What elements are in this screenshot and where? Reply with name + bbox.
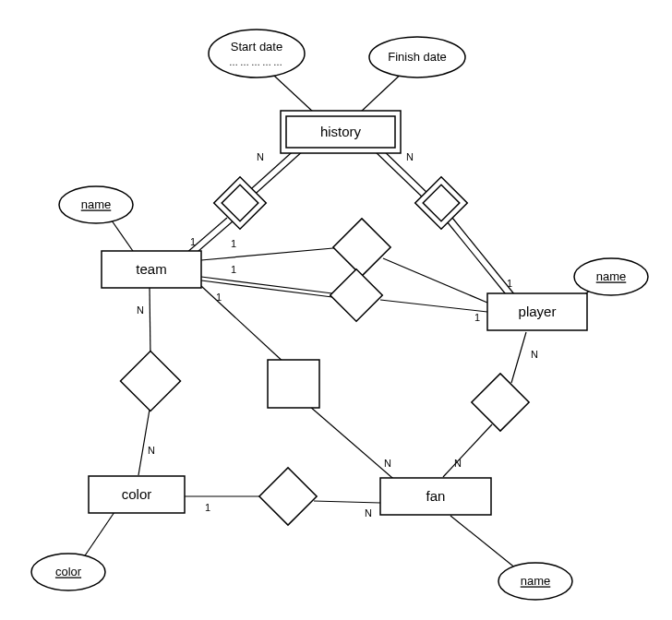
attr-start-date-extra: ……………: [229, 57, 284, 67]
attr-color-color-label: color: [55, 565, 82, 578]
card-team-tp-b: 1: [231, 264, 236, 275]
card-player-fan: N: [531, 349, 538, 360]
rel-team-player-a: [333, 219, 390, 276]
edge-color-team-d: [138, 404, 150, 475]
edge-playerdiamond-to-player: [447, 218, 515, 299]
card-fan-team: N: [384, 458, 391, 469]
card-team-history: 1: [190, 236, 196, 247]
attr-team-name-label: name: [81, 197, 112, 211]
card-fan-player: N: [454, 458, 462, 469]
rel-team-fan: [268, 360, 319, 408]
entity-team-label: team: [136, 261, 166, 277]
rel-color-fan: [259, 468, 317, 525]
edge-team-color-d: [150, 286, 150, 358]
rel-player-fan: [472, 374, 529, 431]
card-team-color: N: [137, 304, 144, 316]
entity-history-label: history: [320, 124, 362, 139]
edge-player-fan-d: [511, 332, 526, 383]
card-color-team: N: [148, 445, 155, 456]
er-diagram: N 1 N 1 1 1 1 N N 1 N N N 1 N: [0, 0, 672, 620]
entity-fan: fan: [380, 478, 491, 515]
rel-player-history: [415, 177, 468, 230]
svg-line-6: [452, 218, 515, 295]
attr-start-date-label: Start date: [231, 40, 282, 54]
entity-color: color: [89, 476, 185, 513]
attr-fan-name: name: [498, 563, 572, 600]
card-player-history: 1: [507, 278, 512, 289]
rel-team-player-b: [330, 269, 383, 322]
rel-team-color: [120, 351, 180, 411]
attr-finish-date: Finish date: [369, 37, 465, 78]
entity-color-label: color: [122, 486, 152, 502]
svg-line-7: [447, 221, 510, 299]
entity-team: team: [102, 251, 201, 288]
card-fan-color: N: [365, 507, 372, 519]
entity-player: player: [487, 293, 587, 330]
entity-history: history: [281, 111, 401, 153]
attr-start-date: Start date ……………: [209, 30, 305, 78]
edge-team-fan-d: [201, 286, 286, 364]
card-history-team: N: [257, 151, 264, 162]
attr-team-name: name: [59, 186, 133, 223]
card-color-fan: 1: [205, 502, 210, 513]
entity-player-label: player: [519, 304, 557, 319]
edge-fan-team-d: [309, 406, 399, 483]
attr-player-name-label: name: [596, 269, 627, 283]
svg-line-5: [373, 149, 425, 199]
edge-player-tp-b: [380, 300, 487, 312]
rel-team-history: [214, 177, 267, 230]
card-player-tp-b: 1: [474, 312, 480, 323]
card-history-player: N: [406, 151, 414, 162]
edge-team-tp-a: [201, 247, 343, 260]
edge-fan-color-d: [314, 501, 380, 503]
attr-player-name: name: [574, 258, 648, 295]
card-team-tp-a: 1: [231, 238, 236, 249]
attr-color-color: color: [31, 554, 105, 590]
attr-finish-date-label: Finish date: [388, 50, 447, 64]
entity-fan-label: fan: [426, 488, 446, 504]
edge-fan-player-d: [443, 424, 492, 477]
edge-player-tp-a: [383, 258, 487, 303]
card-team-fan: 1: [216, 292, 222, 303]
attr-fan-name-label: name: [521, 574, 551, 588]
